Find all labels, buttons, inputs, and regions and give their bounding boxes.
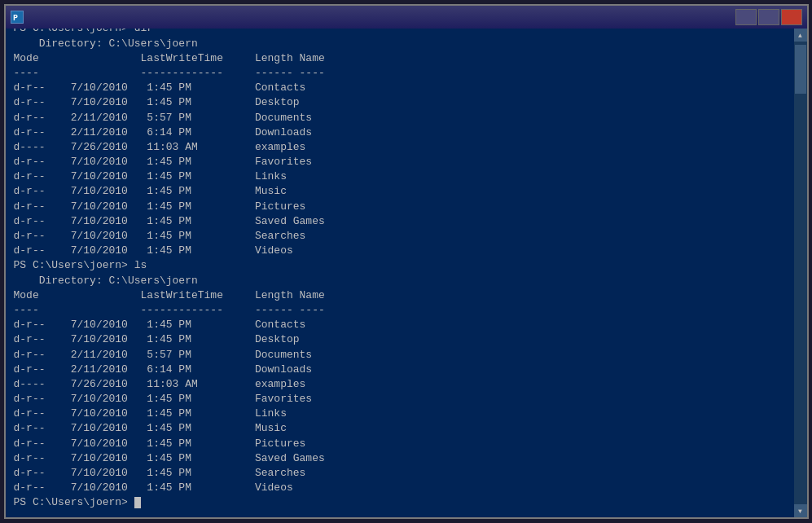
close-button[interactable]	[781, 9, 802, 25]
scrollbar[interactable]: ▲ ▼	[794, 29, 807, 517]
powershell-icon: P	[11, 11, 24, 24]
content-area: Windows PowerShellCopyright (C) 2009 Mic…	[6, 29, 807, 517]
minimize-button[interactable]	[735, 9, 757, 25]
maximize-button[interactable]	[758, 9, 779, 25]
title-bar-left: P	[11, 11, 29, 24]
title-bar: P	[6, 6, 807, 29]
terminal-output[interactable]: Windows PowerShellCopyright (C) 2009 Mic…	[6, 29, 794, 517]
powershell-window: P Windows PowerShellCopyright (C) 2009 M…	[4, 4, 809, 519]
scrollbar-thumb[interactable]	[795, 45, 806, 94]
scrollbar-track[interactable]	[794, 42, 807, 504]
scrollbar-down-button[interactable]: ▼	[794, 504, 807, 517]
title-bar-buttons	[735, 9, 802, 25]
svg-text:P: P	[13, 14, 18, 23]
scrollbar-up-button[interactable]: ▲	[794, 29, 807, 42]
cursor	[134, 497, 141, 508]
